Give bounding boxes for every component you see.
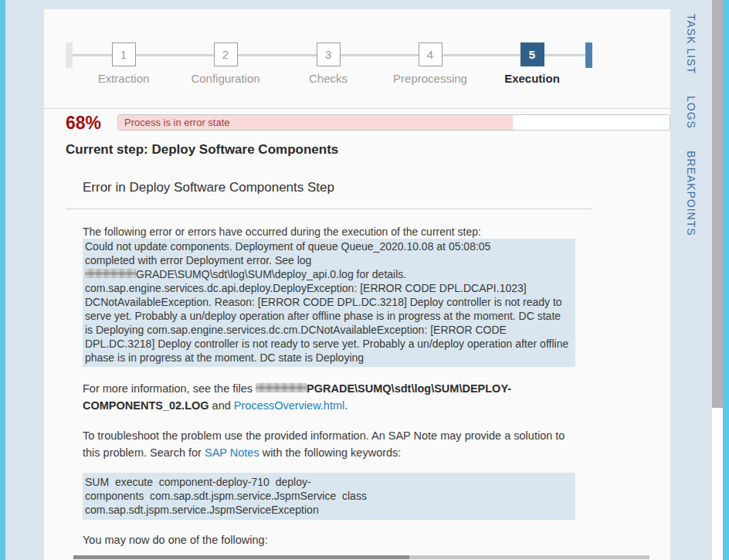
tab-logs[interactable]: LOGS: [685, 96, 697, 129]
progress-bar: Process is in error state: [117, 114, 670, 131]
wizard-step-configuration[interactable]: 2 Configuration: [178, 34, 273, 85]
next-steps-intro: You may now do one of the following:: [83, 532, 575, 548]
current-step-heading: Current step: Deploy Software Components: [66, 142, 670, 158]
progress-section: 68% Process is in error state: [44, 108, 670, 139]
main-panel: 1 Extraction 2 Configuration 3 Checks 4 …: [44, 9, 670, 560]
error-section-body: The following error or errors have occur…: [83, 225, 575, 560]
error-log-text-2: for details. com.sap.engine.services.dc.…: [85, 268, 571, 364]
step-number: 1: [112, 42, 136, 66]
horizontal-scrollbar[interactable]: [73, 555, 649, 559]
error-log-block: Could not update components. Deployment …: [83, 239, 575, 367]
tab-breakpoints[interactable]: BREAKPOINTS: [685, 151, 697, 236]
wizard-step-execution[interactable]: 5 Execution: [484, 34, 580, 85]
step-label: Configuration: [178, 72, 273, 85]
more-info-paragraph: For more information, see the files PGRA…: [83, 380, 575, 414]
step-number: 2: [214, 42, 238, 66]
step-label: Checks: [280, 72, 376, 85]
wizard-step-checks[interactable]: 3 Checks: [280, 34, 376, 85]
error-section-title: Error in Deploy Software Components Step: [83, 180, 670, 195]
wizard-step-extraction[interactable]: 1 Extraction: [76, 34, 171, 85]
horizontal-scrollbar-thumb[interactable]: [73, 555, 409, 559]
right-panel-tabs: TASK LIST LOGS BREAKPOINTS: [670, 0, 712, 560]
progress-status-message: Process is in error state: [124, 115, 230, 131]
window-edge-accent-left: [0, 0, 5, 560]
progress-percent: 68%: [66, 113, 101, 134]
step-number: 5: [520, 42, 544, 66]
step-label: Extraction: [76, 72, 171, 85]
error-log-text: Could not update components. Deployment …: [85, 240, 490, 266]
redacted-path-prefix: [85, 269, 136, 278]
vertical-scrollbar[interactable]: [712, 0, 723, 560]
process-overview-link[interactable]: ProcessOverview.html: [234, 399, 344, 412]
window-edge-accent-right: [723, 0, 729, 560]
step-number: 4: [419, 42, 442, 66]
roadmap-end-cap: [585, 42, 592, 68]
error-intro-text: The following error or errors have occur…: [83, 225, 575, 239]
step-label: Preprocessing: [382, 72, 478, 85]
vertical-scrollbar-thumb[interactable]: [712, 0, 723, 408]
more-info-text-3: .: [344, 399, 348, 412]
roadmap-start-cap: [66, 42, 73, 68]
sap-notes-link[interactable]: SAP Notes: [205, 446, 259, 459]
section-divider: [66, 209, 592, 209]
step-label: Execution: [484, 72, 580, 85]
search-keywords-block: SUM execute component-deploy-710 deploy-…: [83, 473, 575, 520]
tab-task-list[interactable]: TASK LIST: [685, 14, 697, 74]
step-number: 3: [317, 42, 341, 66]
wizard-step-preprocessing[interactable]: 4 Preprocessing: [382, 34, 478, 85]
more-info-text-2: and: [209, 399, 234, 412]
redacted-path-prefix: [256, 383, 307, 392]
troubleshoot-paragraph: To troubleshoot the problem use the prov…: [83, 427, 575, 461]
more-info-text: For more information, see the files: [83, 382, 256, 395]
troubleshoot-text-2: with the following keywords:: [259, 446, 402, 459]
error-log-path: GRADE\SUMQ\sdt\log\SUM\deploy_api.0.log: [136, 268, 354, 280]
wizard-roadmap: 1 Extraction 2 Configuration 3 Checks 4 …: [44, 34, 670, 99]
